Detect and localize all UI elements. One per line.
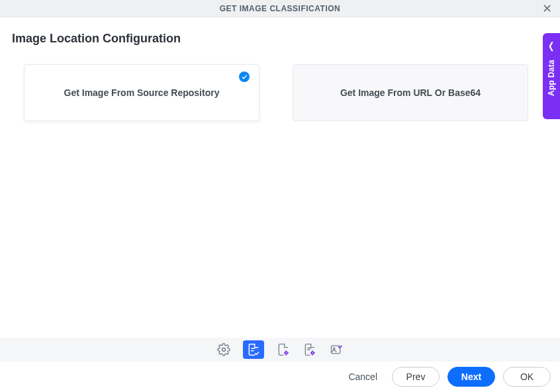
app-data-label: App Data [547,60,556,96]
page-title: Image Location Configuration [0,17,560,46]
document-check-icon[interactable] [243,340,264,359]
card-url-base64[interactable]: Get Image From URL Or Base64 [293,64,528,121]
card-label: Get Image From Source Repository [64,87,220,98]
ok-button[interactable]: OK [503,367,551,387]
app-data-side-tab[interactable]: ❮ App Data [543,33,560,119]
stepper-bar [0,338,560,362]
document-cog-icon[interactable] [303,342,317,357]
footer-buttons: Cancel Prev Next OK [0,362,560,392]
card-label: Get Image From URL Or Base64 [340,87,481,98]
check-badge-icon [239,72,250,82]
svg-point-4 [333,348,335,350]
next-button[interactable]: Next [447,367,495,387]
image-check-icon[interactable] [329,342,344,357]
card-source-repository[interactable]: Get Image From Source Repository [24,64,259,121]
gear-icon[interactable] [216,342,231,357]
svg-point-0 [222,348,226,352]
close-icon[interactable]: ✕ [542,3,552,15]
option-cards-row: Get Image From Source Repository Get Ima… [0,46,560,121]
document-gear-icon[interactable] [276,342,291,357]
dialog-title: GET IMAGE CLASSIFICATION [220,4,340,13]
chevron-left-icon: ❮ [548,41,555,50]
dialog-header: GET IMAGE CLASSIFICATION ✕ [0,0,560,17]
prev-button[interactable]: Prev [392,367,440,387]
cancel-button[interactable]: Cancel [342,371,384,382]
